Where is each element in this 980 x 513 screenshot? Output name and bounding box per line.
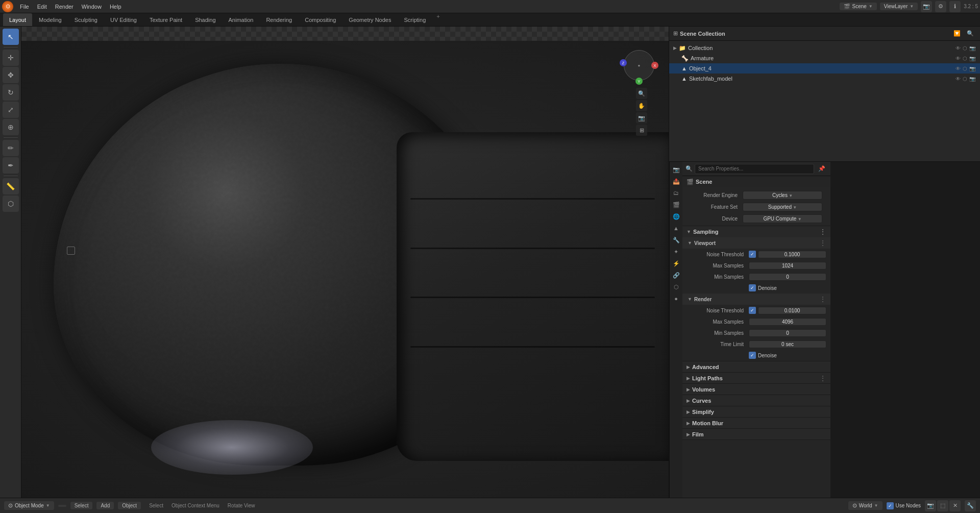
- nav-zoom-btn[interactable]: 🔍: [636, 88, 647, 99]
- curves-section[interactable]: ▶ Curves: [682, 395, 830, 406]
- bottom-toolbar-btn[interactable]: 🔧: [965, 500, 976, 511]
- outliner-search-btn[interactable]: 🔍: [965, 28, 976, 39]
- props-tab-material[interactable]: ●: [671, 293, 682, 304]
- feature-set-value[interactable]: Supported: [743, 203, 822, 211]
- simplify-section[interactable]: ▶ Simplify: [682, 406, 830, 418]
- oi-eye-collection[interactable]: 👁: [955, 45, 961, 52]
- viewport-subsection-header[interactable]: ▼ Viewport ⋮: [682, 237, 830, 249]
- menu-help[interactable]: Help: [106, 2, 125, 11]
- oi-eye-armature[interactable]: 👁: [955, 55, 961, 62]
- bottom-mode-indicator[interactable]: ⊙ Object Mode ▼: [4, 501, 54, 510]
- sampling-header[interactable]: ▼ Sampling ⋮: [682, 226, 830, 237]
- menu-window[interactable]: Window: [78, 2, 105, 11]
- props-pin-btn[interactable]: 📌: [816, 163, 827, 175]
- tool-cursor[interactable]: ↖: [3, 29, 19, 45]
- outliner-item-sketchfab[interactable]: ▲ Sketchfab_model 👁 ⬡ 📷: [669, 74, 980, 84]
- tool-add-object[interactable]: ⬡: [3, 196, 19, 212]
- top-info-btn[interactable]: ℹ: [949, 1, 961, 12]
- props-tab-world[interactable]: 🌐: [671, 211, 682, 222]
- viewport-noise-value[interactable]: 0.1000: [758, 251, 826, 258]
- ws-tab-compositing[interactable]: Compositing: [299, 13, 342, 26]
- oi-render-collection[interactable]: 📷: [969, 45, 976, 52]
- advanced-section[interactable]: ▶ Advanced: [682, 361, 830, 373]
- render-sub-dots[interactable]: ⋮: [819, 295, 826, 303]
- bottom-close-btn[interactable]: ✕: [949, 500, 961, 511]
- render-time-value[interactable]: 0 sec: [749, 340, 826, 348]
- props-tab-physics[interactable]: ⚡: [671, 258, 682, 269]
- viewport-sub-dots[interactable]: ⋮: [819, 239, 826, 247]
- top-render-btn[interactable]: 📷: [921, 1, 932, 12]
- bottom-object-btn[interactable]: Object: [118, 502, 141, 509]
- film-section[interactable]: ▶ Film: [682, 429, 830, 440]
- nav-z-axis[interactable]: Z: [620, 59, 627, 66]
- nav-gizmo[interactable]: ● X Y Z: [619, 45, 659, 86]
- bottom-fullscreen-btn[interactable]: ⬚: [937, 500, 948, 511]
- oi-select-sketchfab[interactable]: ⬡: [962, 76, 968, 82]
- tool-cursor2[interactable]: ✛: [3, 50, 19, 66]
- oi-render-sketchfab[interactable]: 📷: [969, 76, 976, 82]
- volumes-section[interactable]: ▶ Volumes: [682, 384, 830, 395]
- nav-camera-btn[interactable]: 📷: [636, 112, 647, 124]
- menu-edit[interactable]: Edit: [34, 2, 51, 11]
- bottom-use-nodes-toggle[interactable]: ✓ Use Nodes: [887, 502, 921, 509]
- bottom-add-btn[interactable]: Add: [96, 502, 114, 509]
- oi-select-object4[interactable]: ⬡: [962, 65, 968, 72]
- render-subsection-header[interactable]: ▼ Render ⋮: [682, 294, 830, 305]
- oi-eye-sketchfab[interactable]: 👁: [955, 76, 961, 82]
- bottom-world-mode[interactable]: ⊙ World ▼: [848, 501, 883, 510]
- props-tab-modifier[interactable]: 🔧: [671, 234, 682, 246]
- props-search-input[interactable]: [695, 164, 814, 174]
- nav-y-axis[interactable]: Y: [635, 78, 643, 85]
- tool-measure[interactable]: 📏: [3, 178, 19, 194]
- light-paths-dots[interactable]: ⋮: [819, 374, 826, 382]
- outliner-item-armature[interactable]: 🦴 Armature 👁 ⬡ 📷: [669, 53, 980, 63]
- tool-move[interactable]: ✥: [3, 67, 19, 83]
- render-noise-value[interactable]: 0.0100: [758, 307, 826, 314]
- ws-tab-uv-editing[interactable]: UV Editing: [104, 13, 143, 26]
- tool-annotate2[interactable]: ✒: [3, 157, 19, 174]
- ws-tab-animation[interactable]: Animation: [223, 13, 260, 26]
- menu-render[interactable]: Render: [52, 2, 77, 11]
- tool-rotate[interactable]: ↻: [3, 84, 19, 101]
- oi-select-armature[interactable]: ⬡: [962, 55, 968, 62]
- ws-tab-sculpting[interactable]: Sculpting: [68, 13, 104, 26]
- props-tab-scene[interactable]: 🎬: [671, 199, 682, 210]
- oi-render-armature[interactable]: 📷: [969, 55, 976, 62]
- scene-selector[interactable]: 🎬 Scene ▼: [840, 3, 876, 10]
- transform-widget[interactable]: [67, 247, 75, 255]
- ws-tab-rendering[interactable]: Rendering: [260, 13, 298, 26]
- ws-tab-modeling[interactable]: Modeling: [33, 13, 68, 26]
- top-settings-btn[interactable]: ⚙: [935, 1, 946, 12]
- viewport-denoise-checkbox[interactable]: [749, 284, 756, 291]
- render-max-value[interactable]: 4096: [749, 318, 826, 326]
- oi-eye-object4[interactable]: 👁: [955, 65, 961, 72]
- oi-select-collection[interactable]: ⬡: [962, 45, 968, 52]
- props-tab-object[interactable]: ▲: [671, 223, 682, 234]
- props-tab-data[interactable]: ⬡: [671, 281, 682, 292]
- props-tab-particles[interactable]: ✦: [671, 246, 682, 257]
- props-tab-output[interactable]: 📤: [671, 176, 682, 187]
- outliner-filter-btn[interactable]: 🔽: [951, 28, 963, 39]
- bottom-select-btn[interactable]: Select: [70, 502, 93, 509]
- device-value[interactable]: GPU Compute: [743, 214, 822, 223]
- render-min-value[interactable]: 0: [749, 329, 826, 337]
- render-engine-value[interactable]: Cycles: [743, 191, 822, 200]
- ws-tab-add[interactable]: +: [432, 13, 444, 26]
- viewport-min-value[interactable]: 0: [749, 273, 826, 281]
- tool-scale[interactable]: ⤢: [3, 102, 19, 118]
- props-tab-view-layer[interactable]: 🗂: [671, 187, 682, 199]
- light-paths-section[interactable]: ▶ Light Paths ⋮: [682, 373, 830, 384]
- props-tab-constraints[interactable]: 🔗: [671, 270, 682, 281]
- ws-tab-texture-paint[interactable]: Texture Paint: [143, 13, 188, 26]
- blender-logo[interactable]: ⊙: [2, 1, 13, 12]
- nav-hand-btn[interactable]: ✋: [636, 100, 647, 111]
- render-denoise-checkbox[interactable]: [749, 352, 756, 359]
- nav-x-axis[interactable]: X: [651, 62, 658, 69]
- nav-grid-btn[interactable]: ⊞: [636, 125, 647, 136]
- render-noise-checkbox[interactable]: [749, 307, 756, 314]
- tool-annotate[interactable]: ✏: [3, 140, 19, 156]
- sampling-options-btn[interactable]: ⋮: [819, 228, 826, 236]
- ws-tab-geometry-nodes[interactable]: Geometry Nodes: [342, 13, 397, 26]
- outliner-item-collection[interactable]: ▶ 📁 Collection 👁 ⬡ 📷: [669, 43, 980, 53]
- view-layer-selector[interactable]: ViewLayer ▼: [880, 3, 918, 10]
